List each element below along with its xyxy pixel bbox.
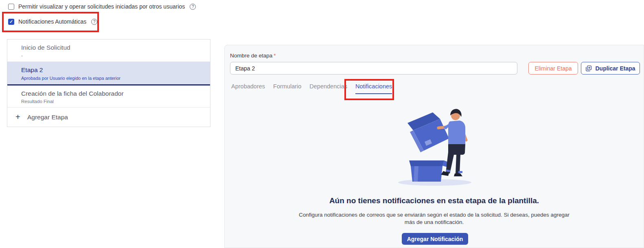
add-notification-button[interactable]: Agregar Notificación [402,233,468,245]
empty-state-illustration [384,107,486,190]
auto-notifications-checkbox[interactable]: ✓ [8,19,14,25]
stage-name-label-text: Nombre de etapa [230,53,272,59]
stage-item-inicio[interactable]: Inicio de Solicitud - [7,40,210,62]
help-icon[interactable]: ? [91,19,97,25]
stage-item-creacion-ficha[interactable]: Creación de la ficha del Colaborador Res… [7,86,210,108]
help-icon[interactable]: ? [190,4,196,10]
empty-state-description-line1: Configura notificaciones de correos que … [224,212,644,218]
duplicate-stage-button[interactable]: Duplicar Etapa [581,62,640,75]
allow-view-operate-label: Permitir visualizar y operar solicitudes… [18,3,185,10]
delete-stage-button[interactable]: Eliminar Etapa [528,62,578,75]
stage-item-etapa-2[interactable]: Etapa 2 Aprobada por Usuario elegido en … [7,62,210,86]
stage-subtitle: Aprobada por Usuario elegido en la etapa… [21,76,204,81]
duplicate-stage-label: Duplicar Etapa [595,65,635,72]
auto-notifications-row: ✓ Notificaciones Automáticas ? [8,18,97,25]
required-asterisk: * [274,53,276,59]
duplicate-icon [585,65,592,72]
tab-aprobadores[interactable]: Aprobadores [231,83,265,94]
plus-icon: + [15,112,21,122]
add-stage-label: Agregar Etapa [27,114,68,121]
empty-state-description-line2: más de una notificación. [224,219,644,225]
stage-subtitle: Resultado Final [21,99,204,104]
allow-view-operate-checkbox[interactable] [8,4,14,10]
auto-notifications-label: Notificaciones Automáticas [18,18,86,25]
stage-title: Inicio de Solicitud [21,44,204,51]
empty-state-title: Aún no tienes notificaciones en esta eta… [224,196,644,205]
tab-notificaciones[interactable]: Notificaciones [355,83,392,94]
tab-formulario[interactable]: Formulario [273,83,301,94]
tab-dependencias[interactable]: Dependencias [309,83,347,94]
stage-title: Etapa 2 [21,66,204,74]
stage-name-label: Nombre de etapa* [230,53,276,59]
stage-tabs: Aprobadores Formulario Dependencias Noti… [231,83,392,94]
allow-view-operate-row: Permitir visualizar y operar solicitudes… [8,3,196,10]
stage-name-input[interactable] [230,62,517,75]
stage-list: Inicio de Solicitud - Etapa 2 Aprobada p… [7,39,210,127]
add-stage-button[interactable]: + Agregar Etapa [7,108,210,127]
stage-subtitle: - [21,53,204,58]
stage-title: Creación de la ficha del Colaborador [21,90,204,97]
